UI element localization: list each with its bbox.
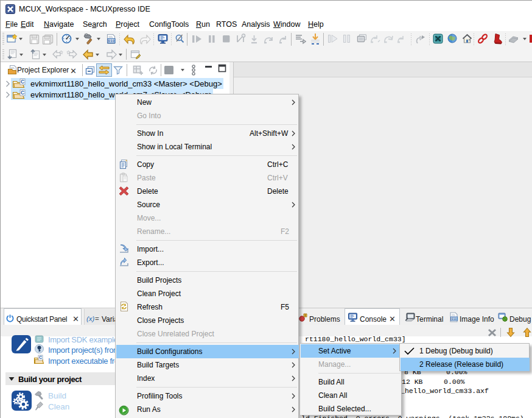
svg-text:C: C <box>39 355 42 360</box>
svg-text:010: 010 <box>452 317 457 321</box>
svg-text:C: C <box>21 90 24 96</box>
svg-text:010: 010 <box>108 38 115 43</box>
svg-text:C: C <box>21 79 24 85</box>
